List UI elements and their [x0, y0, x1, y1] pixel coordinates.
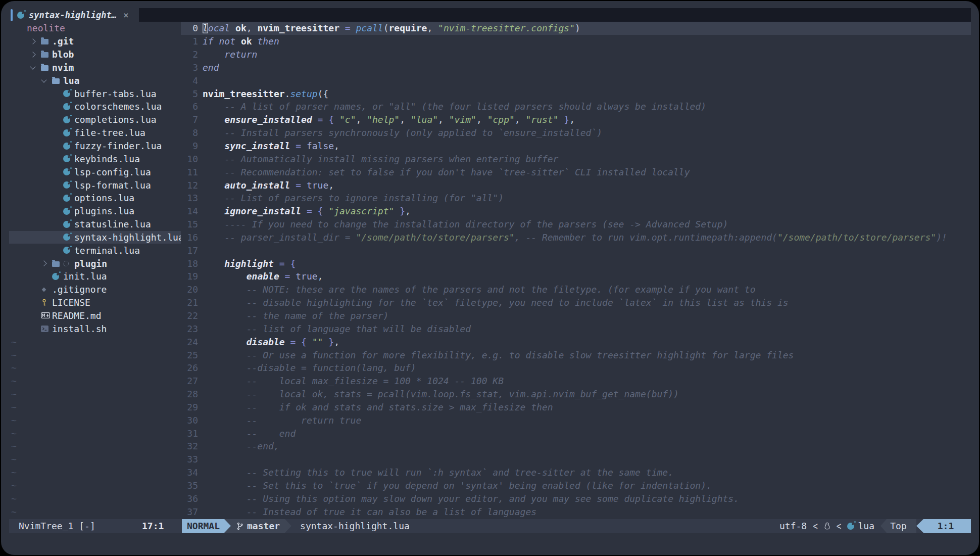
code-line-cursor[interactable]: 0local ok, nvim_treesitter = pcall(requi… — [181, 22, 971, 35]
code-line[interactable]: 26 --disable = function(lang, buf) — [181, 361, 971, 375]
empty-line-tilde: ~ — [9, 466, 181, 479]
code-line[interactable]: 7 ensure_installed = { "c", "help", "lua… — [181, 113, 971, 126]
code-line[interactable]: 6 -- A list of parser names, or "all" (t… — [181, 100, 971, 113]
tree-item-nvim[interactable]: nvim — [9, 61, 181, 74]
code-line[interactable]: 23 -- list of language that will be disa… — [181, 322, 971, 335]
code-line[interactable]: 29 -- if ok and stats and stats.size > m… — [181, 400, 971, 413]
code-line[interactable]: 2 return — [181, 48, 971, 61]
lua-file-icon — [63, 155, 74, 162]
tree-item-label: README.md — [52, 310, 102, 321]
line-number: 29 — [181, 402, 198, 412]
code-line[interactable]: 18 highlight = { — [181, 257, 971, 270]
tree-item-label: file-tree.lua — [74, 127, 145, 138]
code-line[interactable]: 22 -- the name of the parser) — [181, 309, 971, 322]
tree-item-completions.lua[interactable]: completions.lua — [9, 113, 181, 126]
tree-item-readme.md[interactable]: README.md — [9, 309, 181, 322]
code-line[interactable]: 13 -- List of parsers to ignore installi… — [181, 192, 971, 205]
tab-title: syntax-highlight… — [29, 10, 117, 20]
tree-item-lsp-config.lua[interactable]: lsp-config.lua — [9, 165, 181, 178]
code-line[interactable]: 19 enable = true, — [181, 270, 971, 283]
editor[interactable]: 0local ok, nvim_treesitter = pcall(requi… — [181, 22, 971, 518]
code-line[interactable]: 1if not ok then — [181, 35, 971, 48]
code-line[interactable]: 34 -- Setting this to true will run `:h … — [181, 466, 971, 479]
filetype-label: lua — [858, 519, 874, 533]
code-line[interactable]: 4 — [181, 74, 971, 87]
code-line[interactable]: 8 -- Install parsers synchronously (only… — [181, 126, 971, 140]
tree-item-colorschemes.lua[interactable]: colorschemes.lua — [9, 100, 181, 113]
encoding-label: utf-8 — [779, 519, 807, 533]
line-number: 16 — [181, 232, 198, 243]
code-text: nvim_treesitter.setup({ — [198, 88, 328, 99]
close-icon[interactable]: × — [123, 10, 129, 20]
line-number: 1 — [181, 36, 198, 47]
code-line[interactable]: 36 -- Using this option may slow down yo… — [181, 492, 971, 505]
lua-file-icon — [63, 143, 74, 150]
tree-item-label: completions.lua — [74, 114, 157, 125]
folder-open-icon — [52, 77, 63, 84]
code-line[interactable]: 37 -- Instead of true it can also be a l… — [181, 505, 971, 518]
code-line[interactable]: 12 auto_install = true, — [181, 178, 971, 192]
tree-item-terminal.lua[interactable]: terminal.lua — [9, 244, 181, 257]
code-line[interactable]: 5nvim_treesitter.setup({ — [181, 87, 971, 100]
code-line[interactable]: 33 — [181, 453, 971, 466]
code-line[interactable]: 10 -- Automatically install missing pars… — [181, 152, 971, 165]
tree-item-install.sh[interactable]: install.sh — [9, 322, 181, 335]
code-line[interactable]: 24 disable = { "" }, — [181, 335, 971, 348]
code-text: -- end — [198, 428, 296, 439]
line-number: 32 — [181, 441, 198, 451]
tree-item-lsp-format.lua[interactable]: lsp-format.lua — [9, 178, 181, 192]
code-line[interactable]: 20 -- NOTE: these are the names of the p… — [181, 283, 971, 296]
code-line[interactable]: 15 ---- If you need to change the instal… — [181, 218, 971, 231]
tree-item-plugin[interactable]: plugin — [9, 257, 181, 270]
code-line[interactable]: 17 — [181, 244, 971, 257]
code-line[interactable]: 32 --end, — [181, 440, 971, 453]
tree-item-label: .git — [52, 36, 74, 47]
tree-item-blob[interactable]: blob — [9, 48, 181, 61]
line-number: 9 — [181, 141, 198, 151]
tree-item-neolite[interactable]: neolite — [9, 22, 181, 35]
statusline: NvimTree_1 [-] 17:1 NORMAL master syntax… — [9, 519, 971, 533]
code-line[interactable]: 27 -- local max_filesize = 100 * 1024 --… — [181, 375, 971, 388]
line-number: 13 — [181, 193, 198, 203]
chevron-separator-icon: < — [837, 517, 842, 535]
tree-item-statusline.lua[interactable]: statusline.lua — [9, 218, 181, 231]
tree-item-init.lua[interactable]: init.lua — [9, 270, 181, 283]
tree-item-file-tree.lua[interactable]: file-tree.lua — [9, 126, 181, 140]
tree-item-label: .gitignore — [52, 284, 107, 295]
line-number: 18 — [181, 258, 198, 269]
code-line[interactable]: 9 sync_install = false, — [181, 140, 971, 153]
lua-file-icon — [63, 103, 74, 110]
code-text: -- Instead of true it can also be a list… — [198, 506, 536, 517]
chevron-separator-icon: < — [813, 517, 818, 535]
tree-item-license[interactable]: LICENSE — [9, 296, 181, 309]
code-line[interactable]: 11 -- Recommendation: set to false if yo… — [181, 165, 971, 178]
tab-syntax-highlight[interactable]: syntax-highlight… × — [9, 8, 139, 22]
tree-item-label: LICENSE — [52, 297, 90, 308]
code-text: -- return true — [198, 415, 361, 426]
neovim-window: syntax-highlight… × neolite.gitblobnviml… — [1, 1, 979, 555]
tree-item-fuzzy-finder.lua[interactable]: fuzzy-finder.lua — [9, 140, 181, 153]
tree-item-options.lua[interactable]: options.lua — [9, 192, 181, 205]
code-line[interactable]: 21 -- disable highlighting for the `tex`… — [181, 296, 971, 309]
code-line[interactable]: 31 -- end — [181, 427, 971, 440]
lua-file-icon — [63, 90, 74, 97]
lua-file-icon — [52, 273, 63, 280]
folder-icon — [41, 51, 52, 58]
tree-item-.git[interactable]: .git — [9, 35, 181, 48]
tree-item-keybinds.lua[interactable]: keybinds.lua — [9, 152, 181, 165]
code-line[interactable]: 25 -- Or use a function for more flexibi… — [181, 348, 971, 361]
code-line[interactable]: 16 -- parser_install_dir = "/some/path/t… — [181, 231, 971, 244]
code-line[interactable]: 28 -- local ok, stats = pcall(vim.loop.f… — [181, 388, 971, 401]
tree-item-lua[interactable]: lua — [9, 74, 181, 87]
line-number: 34 — [181, 467, 198, 478]
code-line[interactable]: 14 ignore_install = { "javascript" }, — [181, 205, 971, 218]
code-text: -- the name of the parser) — [198, 310, 388, 321]
tree-item-.gitignore[interactable]: .gitignore — [9, 283, 181, 296]
tree-item-buffer-tabs.lua[interactable]: buffer-tabs.lua — [9, 87, 181, 100]
tree-item-syntax-highlight.lua[interactable]: syntax-highlight.lua — [9, 231, 181, 244]
code-line[interactable]: 30 -- return true — [181, 413, 971, 427]
code-line[interactable]: 35 -- Set this to `true` if you depend o… — [181, 479, 971, 492]
tree-item-plugins.lua[interactable]: plugins.lua — [9, 205, 181, 218]
code-line[interactable]: 3end — [181, 61, 971, 74]
empty-line-tilde: ~ — [9, 492, 181, 505]
